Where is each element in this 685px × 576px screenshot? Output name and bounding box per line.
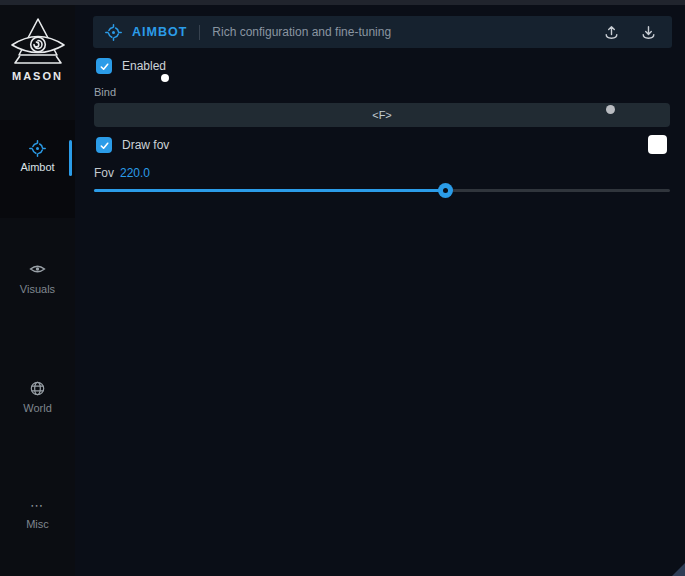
main-panel: AIMBOT Rich configuration and fine-tunin… bbox=[75, 5, 685, 576]
fov-row: Fov 220.0 bbox=[94, 166, 150, 180]
header-divider bbox=[199, 25, 200, 40]
crosshair-icon bbox=[0, 140, 75, 158]
upload-icon bbox=[604, 28, 619, 43]
logo-label: MASON bbox=[0, 70, 75, 82]
draw-fov-checkbox[interactable] bbox=[96, 137, 112, 153]
cursor-dot bbox=[161, 74, 169, 82]
check-icon bbox=[99, 140, 110, 151]
export-config-button[interactable] bbox=[600, 21, 623, 44]
sidebar-item-label: World bbox=[0, 402, 75, 414]
pyramid-eye-icon bbox=[0, 17, 75, 67]
draw-fov-label: Draw fov bbox=[122, 138, 169, 152]
app-window: MASON Aimbot Visuals bbox=[0, 0, 685, 576]
fov-color-swatch[interactable] bbox=[648, 135, 667, 154]
download-icon bbox=[641, 28, 656, 43]
app-logo: MASON bbox=[0, 17, 75, 82]
enabled-checkbox[interactable] bbox=[96, 58, 112, 74]
drag-dot bbox=[606, 105, 615, 114]
fov-value: 220.0 bbox=[120, 166, 150, 180]
sidebar-item-label: Visuals bbox=[0, 283, 75, 295]
globe-icon bbox=[0, 381, 75, 399]
bind-label: Bind bbox=[94, 86, 116, 98]
sidebar-item-label: Aimbot bbox=[0, 161, 75, 173]
sidebar-item-label: Misc bbox=[0, 518, 75, 530]
corner-cursor-artifact bbox=[672, 563, 685, 576]
sidebar-item-world[interactable]: World bbox=[0, 381, 75, 414]
ellipsis-icon: ⋯ bbox=[0, 497, 75, 515]
enabled-row: Enabled bbox=[96, 58, 166, 74]
section-subtitle: Rich configuration and fine-tuning bbox=[212, 25, 391, 39]
fov-slider-thumb[interactable] bbox=[438, 183, 453, 198]
fov-slider[interactable] bbox=[94, 182, 670, 198]
bind-input[interactable]: <F> bbox=[94, 103, 670, 127]
sidebar-item-visuals[interactable]: Visuals bbox=[0, 262, 75, 295]
enabled-label: Enabled bbox=[122, 59, 166, 73]
sidebar-item-misc[interactable]: ⋯ Misc bbox=[0, 497, 75, 530]
eye-icon bbox=[0, 262, 75, 280]
sidebar-item-aimbot[interactable]: Aimbot bbox=[0, 140, 75, 173]
import-config-button[interactable] bbox=[637, 21, 660, 44]
crosshair-icon bbox=[105, 24, 122, 41]
fov-label: Fov bbox=[94, 166, 114, 180]
section-title: AIMBOT bbox=[132, 25, 187, 39]
check-icon bbox=[99, 61, 110, 72]
draw-fov-row: Draw fov bbox=[96, 137, 169, 153]
sidebar: MASON Aimbot Visuals bbox=[0, 5, 75, 576]
section-header: AIMBOT Rich configuration and fine-tunin… bbox=[93, 16, 672, 48]
fov-slider-fill bbox=[94, 189, 445, 192]
